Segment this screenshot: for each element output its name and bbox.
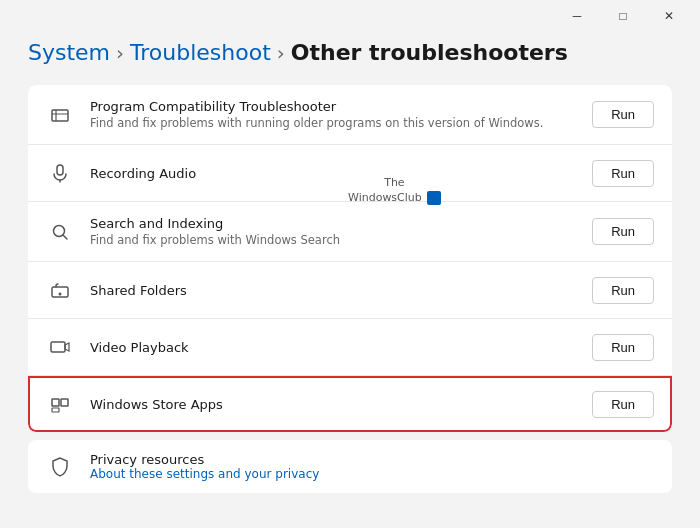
title-bar: ─ □ ✕ xyxy=(0,0,700,32)
svg-point-5 xyxy=(54,225,65,236)
video-playback-title: Video Playback xyxy=(90,340,576,355)
breadcrumb-sep-1: › xyxy=(116,41,124,65)
privacy-title: Privacy resources xyxy=(90,452,654,467)
svg-rect-10 xyxy=(52,399,59,406)
recording-audio-icon xyxy=(46,159,74,187)
maximize-button[interactable]: □ xyxy=(600,2,646,30)
breadcrumb-current: Other troubleshooters xyxy=(291,40,568,65)
list-item-video-playback: Video Playback Run xyxy=(28,319,672,376)
search-indexing-text: Search and Indexing Find and fix problem… xyxy=(90,216,576,247)
list-item-recording-audio: Recording Audio Run xyxy=(28,145,672,202)
search-indexing-run-button[interactable]: Run xyxy=(592,218,654,245)
shared-folders-run-button[interactable]: Run xyxy=(592,277,654,304)
breadcrumb-troubleshoot[interactable]: Troubleshoot xyxy=(130,40,271,65)
svg-point-8 xyxy=(59,293,62,296)
breadcrumb-sep-2: › xyxy=(277,41,285,65)
windows-store-apps-title: Windows Store Apps xyxy=(90,397,576,412)
video-playback-text: Video Playback xyxy=(90,340,576,355)
windows-store-apps-text: Windows Store Apps xyxy=(90,397,576,412)
privacy-item: Privacy resources About these settings a… xyxy=(28,440,672,493)
privacy-text: Privacy resources About these settings a… xyxy=(90,452,654,481)
shared-folders-title: Shared Folders xyxy=(90,283,576,298)
privacy-icon xyxy=(46,453,74,481)
svg-line-6 xyxy=(64,235,68,239)
program-compat-title: Program Compatibility Troubleshooter xyxy=(90,99,576,114)
shared-folders-icon xyxy=(46,276,74,304)
program-compat-run-button[interactable]: Run xyxy=(592,101,654,128)
program-compat-icon xyxy=(46,101,74,129)
svg-rect-9 xyxy=(51,342,65,352)
program-compat-text: Program Compatibility Troubleshooter Fin… xyxy=(90,99,576,130)
troubleshooter-list: Program Compatibility Troubleshooter Fin… xyxy=(28,85,672,432)
main-content: System › Troubleshoot › Other troublesho… xyxy=(0,32,700,528)
list-item-search-indexing: Search and Indexing Find and fix problem… xyxy=(28,202,672,262)
recording-audio-run-button[interactable]: Run xyxy=(592,160,654,187)
video-playback-run-button[interactable]: Run xyxy=(592,334,654,361)
svg-rect-12 xyxy=(52,408,59,412)
search-indexing-title: Search and Indexing xyxy=(90,216,576,231)
breadcrumb: System › Troubleshoot › Other troublesho… xyxy=(28,40,672,65)
svg-rect-3 xyxy=(57,165,63,175)
windows-store-apps-icon xyxy=(46,390,74,418)
search-indexing-icon xyxy=(46,218,74,246)
windows-store-apps-run-button[interactable]: Run xyxy=(592,391,654,418)
svg-rect-0 xyxy=(52,110,68,121)
svg-rect-11 xyxy=(61,399,68,406)
program-compat-desc: Find and fix problems with running older… xyxy=(90,116,576,130)
video-playback-icon xyxy=(46,333,74,361)
breadcrumb-system[interactable]: System xyxy=(28,40,110,65)
title-bar-controls: ─ □ ✕ xyxy=(554,2,692,30)
list-item-windows-store-apps: Windows Store Apps Run xyxy=(28,376,672,432)
list-item-program-compat: Program Compatibility Troubleshooter Fin… xyxy=(28,85,672,145)
list-item-shared-folders: Shared Folders Run xyxy=(28,262,672,319)
privacy-link[interactable]: About these settings and your privacy xyxy=(90,467,654,481)
recording-audio-title: Recording Audio xyxy=(90,166,576,181)
recording-audio-text: Recording Audio xyxy=(90,166,576,181)
shared-folders-text: Shared Folders xyxy=(90,283,576,298)
search-indexing-desc: Find and fix problems with Windows Searc… xyxy=(90,233,576,247)
close-button[interactable]: ✕ xyxy=(646,2,692,30)
minimize-button[interactable]: ─ xyxy=(554,2,600,30)
